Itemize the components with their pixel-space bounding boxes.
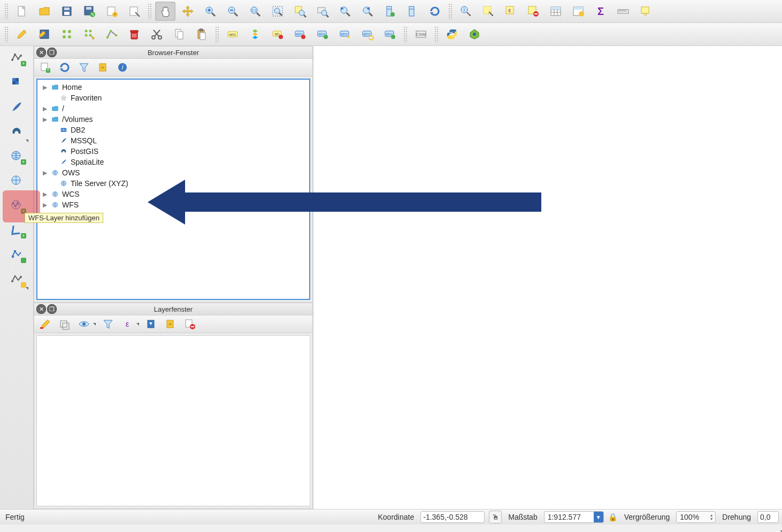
zoom-last-button[interactable] (335, 2, 355, 21)
select-expression-button[interactable]: ε (501, 2, 521, 21)
browser-tree-item[interactable]: PostGIS (37, 146, 309, 157)
tree-expander-icon[interactable]: ▶ (42, 202, 48, 209)
toolbar-grip[interactable] (403, 26, 408, 42)
browser-tree-item[interactable]: MSSQL (37, 135, 309, 146)
delete-selected-button[interactable] (124, 25, 144, 44)
toolbar-grip[interactable] (215, 26, 219, 42)
zoom-spinner[interactable]: 100% ▲▼ (676, 511, 716, 523)
panel-undock-button[interactable]: ❐ (47, 304, 57, 314)
properties-icon[interactable]: i (116, 60, 129, 74)
panel-close-button[interactable]: ✕ (36, 304, 46, 314)
add-wms-layer-button[interactable]: + (6, 147, 27, 166)
expand-all-icon[interactable] (144, 317, 158, 331)
highlight-labels-button[interactable]: ab (267, 25, 288, 44)
add-layer-icon[interactable]: + (39, 60, 52, 74)
style-icon[interactable] (39, 317, 52, 331)
zoom-native-button[interactable]: 1:1 (245, 2, 265, 21)
zoom-full-button[interactable] (267, 2, 288, 21)
browser-tree-item[interactable]: ▶/ (37, 103, 309, 114)
scale-lock-button[interactable]: 🔒 (608, 512, 618, 522)
add-feature-button[interactable] (57, 25, 77, 44)
toolbar-grip[interactable] (448, 3, 453, 19)
browser-tree-item[interactable]: Tile Server (XYZ) (37, 178, 309, 189)
python-console-button[interactable] (442, 25, 462, 44)
deselect-button[interactable] (523, 2, 543, 21)
show-bookmarks-button[interactable] (402, 2, 423, 21)
layer-labeling-button[interactable] (245, 25, 265, 44)
add-vector-layer-button[interactable]: + (6, 48, 27, 67)
metasearch-button[interactable]: CSW (411, 25, 431, 44)
filter-icon[interactable] (77, 60, 91, 74)
zoom-selection-button[interactable] (290, 2, 310, 21)
node-tool-button[interactable] (102, 25, 122, 44)
visibility-icon[interactable] (77, 317, 91, 331)
cut-features-button[interactable] (147, 25, 167, 44)
save-project-as-button[interactable]: ✎ (79, 2, 99, 21)
add-virtual-layer-button[interactable] (6, 245, 27, 264)
panel-undock-button[interactable]: ❐ (47, 48, 57, 57)
osm-button[interactable] (464, 25, 485, 44)
coordinate-field[interactable]: -1.365,-0.528 (420, 511, 485, 523)
browser-tree-item[interactable]: Favoriten (37, 92, 309, 103)
browser-tree-item[interactable]: ▶/Volumes (37, 114, 309, 125)
toolbar-grip[interactable] (434, 26, 439, 42)
tree-expander-icon[interactable]: ▶ (42, 191, 48, 198)
save-edits-button[interactable] (34, 25, 55, 44)
map-canvas[interactable] (313, 46, 782, 509)
panel-close-button[interactable]: ✕ (36, 48, 46, 57)
new-bookmark-button[interactable] (380, 2, 400, 21)
zoom-next-button[interactable] (357, 2, 378, 21)
copy-features-button[interactable] (169, 25, 189, 44)
tree-expander-icon[interactable]: ▶ (42, 116, 48, 123)
tree-expander-icon[interactable]: ▶ (42, 84, 48, 91)
select-button[interactable] (478, 2, 499, 21)
field-calculator-button[interactable] (568, 2, 588, 21)
zoom-in-button[interactable] (200, 2, 220, 21)
browser-tree-item[interactable]: DB2DB2 (37, 125, 309, 135)
filter-legend-icon[interactable] (101, 317, 115, 331)
rotate-label-button[interactable]: abc (357, 25, 378, 44)
browser-tree-item[interactable]: SpatiaLite (37, 157, 309, 167)
identify-button[interactable]: i (456, 2, 476, 21)
paste-features-button[interactable] (191, 25, 212, 44)
toolbar-grip[interactable] (148, 3, 152, 19)
pan-button[interactable] (155, 2, 175, 21)
add-wcs-layer-button[interactable] (6, 171, 27, 190)
rotation-field[interactable]: 0,0 (757, 511, 779, 523)
collapse-all-icon[interactable] (164, 317, 178, 331)
add-wfs-layer-button[interactable]: + (6, 196, 27, 215)
open-project-button[interactable] (34, 2, 55, 21)
toolbar-grip[interactable] (4, 26, 9, 42)
attribute-table-button[interactable] (546, 2, 566, 21)
label-tool-button[interactable]: abc (223, 25, 243, 44)
add-group-icon[interactable] (58, 317, 72, 331)
zoom-out-button[interactable] (223, 2, 243, 21)
tree-expander-icon[interactable]: ▶ (42, 169, 48, 176)
show-hide-labels-button[interactable]: abc (312, 25, 333, 44)
remove-layer-icon[interactable] (183, 317, 197, 331)
expression-filter-icon[interactable]: ε (120, 317, 134, 331)
new-project-button[interactable] (12, 2, 32, 21)
browser-tree-item[interactable]: ▶WCS (37, 189, 309, 199)
browser-tree-item[interactable]: ▶Home (37, 82, 309, 92)
move-feature-button[interactable] (79, 25, 99, 44)
collapse-all-icon[interactable] (96, 60, 110, 74)
move-label-button[interactable]: abc (335, 25, 355, 44)
pin-labels-button[interactable]: abc (290, 25, 310, 44)
new-shapefile-button[interactable] (6, 269, 27, 289)
scale-combo[interactable]: 1:912.577 ▼ (544, 511, 604, 523)
browser-tree-item[interactable]: ▶OWS (37, 167, 309, 178)
save-project-button[interactable] (57, 2, 77, 21)
refresh-icon[interactable] (58, 60, 72, 74)
add-spatialite-layer-button[interactable] (6, 97, 27, 117)
toggle-editing-button[interactable] (12, 25, 32, 44)
browser-tree[interactable]: ▶HomeFavoriten▶/▶/VolumesDB2DB2MSSQLPost… (36, 79, 310, 300)
tree-expander-icon[interactable]: ▶ (42, 105, 48, 112)
measure-button[interactable] (613, 2, 633, 21)
add-delimited-text-layer-button[interactable]: + (6, 220, 27, 240)
refresh-button[interactable] (425, 2, 445, 21)
sigma-button[interactable]: Σ (591, 2, 611, 21)
composer-manager-button[interactable] (124, 2, 144, 21)
new-print-composer-button[interactable]: + (102, 2, 122, 21)
toolbar-grip[interactable] (4, 3, 9, 19)
